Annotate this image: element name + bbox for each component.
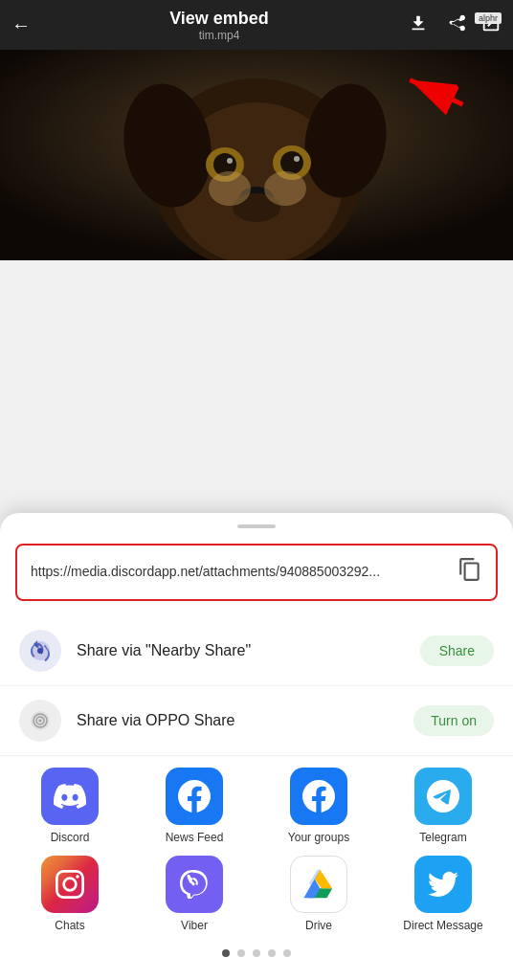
discord-label: Discord bbox=[51, 831, 90, 844]
alphr-badge: alphr bbox=[475, 12, 502, 24]
your-groups-label: Your groups bbox=[288, 831, 349, 844]
bottom-sheet: https://media.discordapp.net/attachments… bbox=[0, 513, 513, 980]
top-bar: ← View embed tim.mp4 alphr bbox=[0, 0, 513, 50]
telegram-label: Telegram bbox=[419, 831, 466, 844]
app-chats[interactable]: Chats bbox=[11, 856, 128, 932]
nearby-share-button[interactable]: Share bbox=[420, 635, 494, 666]
pagination-dot-1[interactable] bbox=[222, 949, 230, 957]
svg-point-22 bbox=[39, 720, 42, 723]
nearby-share-option: Share via "Nearby Share" Share bbox=[0, 616, 513, 686]
svg-point-11 bbox=[294, 156, 300, 162]
pagination-dot-3[interactable] bbox=[253, 949, 260, 957]
app-your-groups[interactable]: Your groups bbox=[260, 768, 377, 844]
page-title: View embed bbox=[31, 9, 408, 29]
oppo-share-icon bbox=[29, 709, 52, 732]
svg-point-15 bbox=[264, 171, 306, 206]
oppo-icon-wrap bbox=[19, 700, 61, 742]
nearby-share-icon bbox=[29, 639, 52, 662]
pagination bbox=[0, 940, 513, 961]
viber-icon bbox=[166, 856, 223, 913]
telegram-icon bbox=[414, 768, 472, 825]
url-text: https://media.discordapp.net/attachments… bbox=[31, 563, 446, 582]
viber-label: Viber bbox=[181, 919, 208, 932]
share-button[interactable] bbox=[444, 12, 465, 38]
oppo-share-label: Share via OPPO Share bbox=[77, 712, 413, 729]
app-grid: Discord News Feed Your groups bbox=[0, 756, 513, 940]
title-area: View embed tim.mp4 bbox=[31, 9, 408, 42]
chats-label: Chats bbox=[55, 919, 84, 932]
nearby-share-label: Share via "Nearby Share" bbox=[77, 642, 420, 659]
drive-icon bbox=[290, 856, 347, 913]
url-row[interactable]: https://media.discordapp.net/attachments… bbox=[15, 544, 498, 601]
svg-point-14 bbox=[209, 171, 251, 206]
pagination-dot-5[interactable] bbox=[283, 949, 291, 957]
facebook-icon bbox=[166, 768, 223, 825]
drive-label: Drive bbox=[305, 919, 332, 932]
pagination-dot-2[interactable] bbox=[237, 949, 245, 957]
turnon-button[interactable]: Turn on bbox=[413, 705, 494, 736]
app-telegram[interactable]: Telegram bbox=[385, 768, 502, 844]
video-area bbox=[0, 50, 513, 260]
app-direct-message[interactable]: Direct Message bbox=[385, 856, 502, 932]
svg-point-9 bbox=[280, 151, 303, 174]
app-news-feed[interactable]: News Feed bbox=[136, 768, 253, 844]
facebook2-icon bbox=[290, 768, 347, 825]
page-subtitle: tim.mp4 bbox=[31, 29, 408, 42]
app-drive[interactable]: Drive bbox=[260, 856, 377, 932]
instagram-icon bbox=[41, 856, 99, 913]
direct-message-label: Direct Message bbox=[403, 919, 482, 932]
back-button[interactable]: ← bbox=[11, 14, 31, 36]
copy-icon[interactable] bbox=[457, 557, 482, 588]
nearby-icon-wrap bbox=[19, 630, 61, 672]
oppo-share-option: Share via OPPO Share Turn on bbox=[0, 686, 513, 756]
news-feed-label: News Feed bbox=[166, 831, 224, 844]
pagination-dot-4[interactable] bbox=[268, 949, 276, 957]
app-discord[interactable]: Discord bbox=[11, 768, 128, 844]
app-viber[interactable]: Viber bbox=[136, 856, 253, 932]
sheet-handle bbox=[237, 524, 276, 528]
svg-point-10 bbox=[227, 158, 233, 164]
top-bar-actions: alphr bbox=[408, 12, 502, 38]
external-button[interactable]: alphr bbox=[480, 12, 502, 38]
twitter-icon bbox=[414, 856, 472, 913]
discord-icon bbox=[41, 768, 99, 825]
download-button[interactable] bbox=[408, 12, 429, 38]
